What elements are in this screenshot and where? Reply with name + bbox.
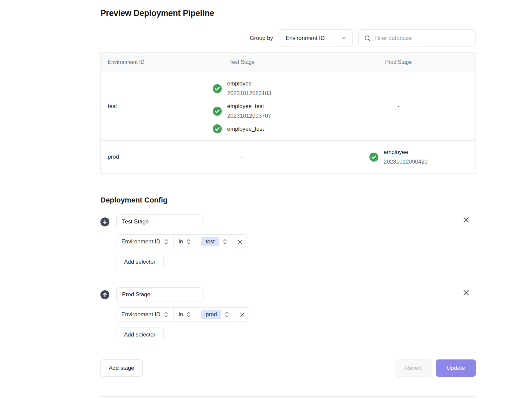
column-header-environment: Environment ID — [101, 53, 163, 72]
stage-header — [100, 287, 476, 302]
group-by-dropdown[interactable]: Environment ID — [279, 29, 353, 47]
selector-key-select[interactable]: Environment ID — [116, 308, 174, 322]
environment-name: prod — [108, 154, 119, 160]
selector-operator-select[interactable]: in — [174, 235, 196, 249]
remove-stage-button[interactable] — [462, 215, 470, 224]
selector-value-select[interactable]: test — [196, 235, 232, 249]
check-circle-icon — [213, 107, 222, 116]
bottom-divider — [100, 396, 476, 397]
page-title: Preview Deployment Pipeline — [100, 8, 476, 18]
page-container: Preview Deployment Pipeline Group by Env… — [100, 0, 476, 397]
environment-cell: test — [101, 72, 163, 140]
selector-value-pill: test — [201, 237, 219, 246]
search-icon — [364, 35, 371, 42]
deployment-config-title: Deployment Config — [100, 196, 476, 204]
database-list: employee 20231012090420 — [369, 141, 428, 173]
column-header-prod-stage: Prod Stage — [322, 53, 475, 72]
remove-selector-button[interactable] — [234, 308, 250, 322]
check-circle-icon — [213, 124, 222, 133]
table-row-test: test employee 20231012083103 — [101, 72, 475, 140]
selector-operator-select[interactable]: in — [174, 308, 196, 322]
selector-key-select[interactable]: Environment ID — [116, 235, 174, 249]
empty-placeholder: - — [241, 154, 243, 160]
selector-operator-value: in — [179, 311, 183, 318]
group-by-value: Environment ID — [286, 35, 325, 42]
pipeline-table: Environment ID Test Stage Prod Stage tes… — [100, 52, 476, 174]
footer-divider — [100, 351, 476, 351]
selector-value-pill: prod — [201, 310, 221, 319]
group-by-label: Group by — [250, 35, 273, 42]
revert-button[interactable]: Revert — [395, 359, 432, 377]
footer-right-actions: Revert Update — [395, 359, 476, 377]
filter-database-box[interactable] — [358, 29, 476, 47]
arrow-up-circle-icon — [100, 290, 109, 299]
add-selector-button[interactable]: Add selector — [116, 328, 164, 342]
remove-selector-button[interactable] — [232, 235, 248, 249]
database-item: employee 20231012083103 — [213, 79, 271, 98]
selector-row: Environment ID in test — [116, 234, 248, 249]
stage-divider — [100, 278, 476, 278]
updown-chevrons-icon — [225, 311, 229, 319]
test-stage-cell: - — [163, 141, 322, 173]
database-item: employee_test — [213, 124, 264, 134]
database-name: employee_test — [227, 124, 264, 134]
empty-placeholder: - — [398, 103, 400, 110]
stage-name-input[interactable] — [116, 214, 203, 229]
database-version: 20231012083103 — [227, 88, 271, 98]
selector-value-select[interactable]: prod — [196, 308, 234, 322]
column-header-test-stage: Test Stage — [163, 53, 322, 72]
updown-chevrons-icon — [187, 238, 191, 246]
check-circle-icon — [369, 153, 378, 162]
update-button[interactable]: Update — [436, 359, 476, 377]
stage-name-input[interactable] — [116, 287, 203, 302]
selector-key-value: Environment ID — [121, 238, 160, 245]
chevron-down-icon — [341, 35, 346, 41]
selector-key-value: Environment ID — [121, 311, 160, 318]
database-text: employee_test 20231012093707 — [227, 101, 271, 121]
selector-row: Environment ID in prod — [116, 307, 250, 322]
database-name: employee_test — [227, 101, 271, 111]
database-text: employee 20231012083103 — [227, 79, 271, 98]
stage-header — [100, 214, 476, 229]
check-circle-icon — [213, 84, 222, 93]
database-item: employee 20231012090420 — [369, 147, 428, 167]
updown-chevrons-icon — [164, 311, 168, 319]
remove-stage-button[interactable] — [462, 288, 470, 297]
database-version: 20231012090420 — [384, 157, 428, 167]
database-name: employee — [384, 147, 428, 157]
table-controls: Group by Environment ID — [100, 29, 476, 47]
table-header-row: Environment ID Test Stage Prod Stage — [101, 53, 475, 72]
stage-config-prod: Environment ID in prod — [100, 287, 476, 342]
environment-cell: prod — [101, 141, 163, 173]
table-row-prod: prod - employee 20231012090420 — [101, 140, 475, 173]
filter-database-input[interactable] — [374, 35, 470, 42]
add-selector-button[interactable]: Add selector — [116, 255, 164, 269]
add-stage-button[interactable]: Add stage — [100, 359, 143, 377]
database-item: employee_test 20231012093707 — [213, 101, 271, 121]
database-text: employee_test — [227, 124, 264, 134]
prod-stage-cell: employee 20231012090420 — [322, 141, 475, 173]
database-text: employee 20231012090420 — [384, 147, 428, 167]
updown-chevrons-icon — [164, 238, 168, 246]
updown-chevrons-icon — [223, 238, 227, 246]
footer-actions: Add stage Revert Update — [100, 359, 476, 377]
database-list: employee 20231012083103 employee_test 20… — [213, 72, 271, 140]
environment-name: test — [108, 103, 117, 110]
selector-operator-value: in — [179, 238, 183, 245]
prod-stage-cell: - — [322, 72, 475, 140]
arrow-down-circle-icon — [100, 217, 109, 226]
updown-chevrons-icon — [187, 311, 191, 319]
database-version: 20231012093707 — [227, 111, 271, 121]
test-stage-cell: employee 20231012083103 employee_test 20… — [163, 72, 322, 140]
stage-config-test: Environment ID in test — [100, 214, 476, 269]
database-name: employee — [227, 79, 271, 88]
